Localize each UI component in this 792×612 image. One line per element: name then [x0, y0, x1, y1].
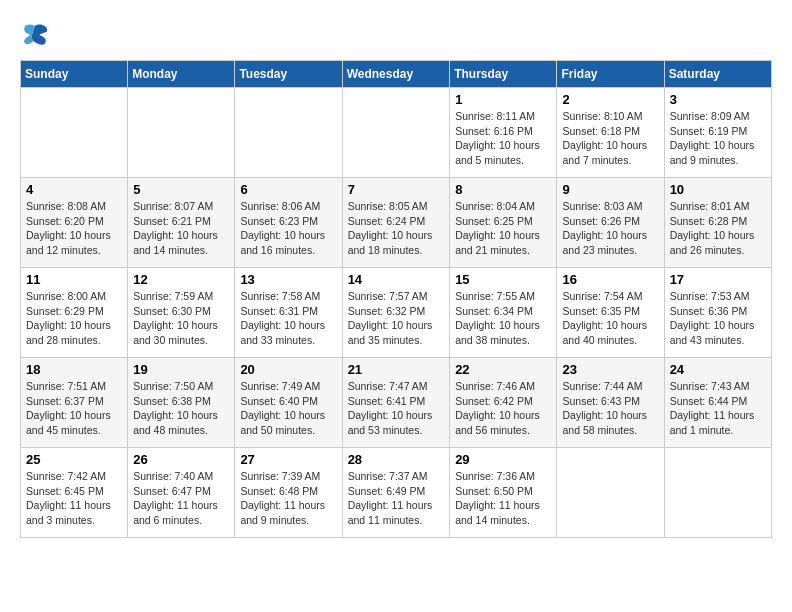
calendar-cell: [21, 88, 128, 178]
day-info: Sunrise: 7:39 AM Sunset: 6:48 PM Dayligh…: [240, 469, 336, 528]
calendar-body: 1Sunrise: 8:11 AM Sunset: 6:16 PM Daylig…: [21, 88, 772, 538]
calendar-cell: 16Sunrise: 7:54 AM Sunset: 6:35 PM Dayli…: [557, 268, 664, 358]
day-number: 28: [348, 452, 445, 467]
calendar-cell: 28Sunrise: 7:37 AM Sunset: 6:49 PM Dayli…: [342, 448, 450, 538]
day-number: 19: [133, 362, 229, 377]
calendar-cell: [342, 88, 450, 178]
calendar-cell: 5Sunrise: 8:07 AM Sunset: 6:21 PM Daylig…: [128, 178, 235, 268]
calendar-cell: 11Sunrise: 8:00 AM Sunset: 6:29 PM Dayli…: [21, 268, 128, 358]
day-info: Sunrise: 7:49 AM Sunset: 6:40 PM Dayligh…: [240, 379, 336, 438]
day-number: 12: [133, 272, 229, 287]
col-header-wednesday: Wednesday: [342, 61, 450, 88]
day-number: 4: [26, 182, 122, 197]
day-info: Sunrise: 7:37 AM Sunset: 6:49 PM Dayligh…: [348, 469, 445, 528]
day-number: 22: [455, 362, 551, 377]
calendar-cell: [128, 88, 235, 178]
calendar-cell: 4Sunrise: 8:08 AM Sunset: 6:20 PM Daylig…: [21, 178, 128, 268]
logo: [20, 20, 54, 50]
calendar-cell: 15Sunrise: 7:55 AM Sunset: 6:34 PM Dayli…: [450, 268, 557, 358]
calendar-cell: [557, 448, 664, 538]
calendar-cell: 3Sunrise: 8:09 AM Sunset: 6:19 PM Daylig…: [664, 88, 771, 178]
day-info: Sunrise: 7:47 AM Sunset: 6:41 PM Dayligh…: [348, 379, 445, 438]
day-number: 9: [562, 182, 658, 197]
calendar-cell: 2Sunrise: 8:10 AM Sunset: 6:18 PM Daylig…: [557, 88, 664, 178]
day-info: Sunrise: 8:03 AM Sunset: 6:26 PM Dayligh…: [562, 199, 658, 258]
calendar-cell: 12Sunrise: 7:59 AM Sunset: 6:30 PM Dayli…: [128, 268, 235, 358]
calendar-cell: 8Sunrise: 8:04 AM Sunset: 6:25 PM Daylig…: [450, 178, 557, 268]
day-info: Sunrise: 8:00 AM Sunset: 6:29 PM Dayligh…: [26, 289, 122, 348]
day-number: 16: [562, 272, 658, 287]
calendar-cell: 7Sunrise: 8:05 AM Sunset: 6:24 PM Daylig…: [342, 178, 450, 268]
calendar-cell: 19Sunrise: 7:50 AM Sunset: 6:38 PM Dayli…: [128, 358, 235, 448]
calendar-cell: 29Sunrise: 7:36 AM Sunset: 6:50 PM Dayli…: [450, 448, 557, 538]
day-number: 17: [670, 272, 766, 287]
day-info: Sunrise: 8:10 AM Sunset: 6:18 PM Dayligh…: [562, 109, 658, 168]
week-row-3: 11Sunrise: 8:00 AM Sunset: 6:29 PM Dayli…: [21, 268, 772, 358]
day-number: 29: [455, 452, 551, 467]
calendar-cell: 17Sunrise: 7:53 AM Sunset: 6:36 PM Dayli…: [664, 268, 771, 358]
day-number: 20: [240, 362, 336, 377]
day-info: Sunrise: 7:36 AM Sunset: 6:50 PM Dayligh…: [455, 469, 551, 528]
day-number: 10: [670, 182, 766, 197]
day-info: Sunrise: 8:01 AM Sunset: 6:28 PM Dayligh…: [670, 199, 766, 258]
calendar-table: SundayMondayTuesdayWednesdayThursdayFrid…: [20, 60, 772, 538]
col-header-friday: Friday: [557, 61, 664, 88]
calendar-cell: 13Sunrise: 7:58 AM Sunset: 6:31 PM Dayli…: [235, 268, 342, 358]
calendar-cell: 22Sunrise: 7:46 AM Sunset: 6:42 PM Dayli…: [450, 358, 557, 448]
day-info: Sunrise: 8:06 AM Sunset: 6:23 PM Dayligh…: [240, 199, 336, 258]
day-info: Sunrise: 8:07 AM Sunset: 6:21 PM Dayligh…: [133, 199, 229, 258]
day-info: Sunrise: 7:46 AM Sunset: 6:42 PM Dayligh…: [455, 379, 551, 438]
day-info: Sunrise: 7:55 AM Sunset: 6:34 PM Dayligh…: [455, 289, 551, 348]
day-number: 3: [670, 92, 766, 107]
day-number: 25: [26, 452, 122, 467]
calendar-cell: [664, 448, 771, 538]
day-number: 6: [240, 182, 336, 197]
day-info: Sunrise: 8:04 AM Sunset: 6:25 PM Dayligh…: [455, 199, 551, 258]
week-row-2: 4Sunrise: 8:08 AM Sunset: 6:20 PM Daylig…: [21, 178, 772, 268]
day-number: 8: [455, 182, 551, 197]
day-number: 7: [348, 182, 445, 197]
day-info: Sunrise: 7:58 AM Sunset: 6:31 PM Dayligh…: [240, 289, 336, 348]
day-number: 24: [670, 362, 766, 377]
day-info: Sunrise: 8:08 AM Sunset: 6:20 PM Dayligh…: [26, 199, 122, 258]
calendar-cell: 14Sunrise: 7:57 AM Sunset: 6:32 PM Dayli…: [342, 268, 450, 358]
day-info: Sunrise: 7:53 AM Sunset: 6:36 PM Dayligh…: [670, 289, 766, 348]
day-number: 27: [240, 452, 336, 467]
calendar-cell: 21Sunrise: 7:47 AM Sunset: 6:41 PM Dayli…: [342, 358, 450, 448]
day-number: 21: [348, 362, 445, 377]
calendar-cell: 10Sunrise: 8:01 AM Sunset: 6:28 PM Dayli…: [664, 178, 771, 268]
day-info: Sunrise: 7:57 AM Sunset: 6:32 PM Dayligh…: [348, 289, 445, 348]
day-info: Sunrise: 7:50 AM Sunset: 6:38 PM Dayligh…: [133, 379, 229, 438]
calendar-cell: 6Sunrise: 8:06 AM Sunset: 6:23 PM Daylig…: [235, 178, 342, 268]
header-row: SundayMondayTuesdayWednesdayThursdayFrid…: [21, 61, 772, 88]
page-header: [20, 20, 772, 50]
day-info: Sunrise: 7:42 AM Sunset: 6:45 PM Dayligh…: [26, 469, 122, 528]
calendar-cell: 25Sunrise: 7:42 AM Sunset: 6:45 PM Dayli…: [21, 448, 128, 538]
week-row-1: 1Sunrise: 8:11 AM Sunset: 6:16 PM Daylig…: [21, 88, 772, 178]
day-number: 18: [26, 362, 122, 377]
day-info: Sunrise: 7:44 AM Sunset: 6:43 PM Dayligh…: [562, 379, 658, 438]
calendar-cell: 20Sunrise: 7:49 AM Sunset: 6:40 PM Dayli…: [235, 358, 342, 448]
week-row-4: 18Sunrise: 7:51 AM Sunset: 6:37 PM Dayli…: [21, 358, 772, 448]
calendar-cell: [235, 88, 342, 178]
col-header-tuesday: Tuesday: [235, 61, 342, 88]
day-info: Sunrise: 7:54 AM Sunset: 6:35 PM Dayligh…: [562, 289, 658, 348]
day-number: 23: [562, 362, 658, 377]
calendar-cell: 9Sunrise: 8:03 AM Sunset: 6:26 PM Daylig…: [557, 178, 664, 268]
col-header-saturday: Saturday: [664, 61, 771, 88]
day-number: 26: [133, 452, 229, 467]
day-number: 11: [26, 272, 122, 287]
calendar-cell: 24Sunrise: 7:43 AM Sunset: 6:44 PM Dayli…: [664, 358, 771, 448]
logo-bird-icon: [20, 20, 50, 50]
calendar-cell: 18Sunrise: 7:51 AM Sunset: 6:37 PM Dayli…: [21, 358, 128, 448]
day-info: Sunrise: 7:40 AM Sunset: 6:47 PM Dayligh…: [133, 469, 229, 528]
day-info: Sunrise: 7:51 AM Sunset: 6:37 PM Dayligh…: [26, 379, 122, 438]
col-header-monday: Monday: [128, 61, 235, 88]
calendar-cell: 23Sunrise: 7:44 AM Sunset: 6:43 PM Dayli…: [557, 358, 664, 448]
calendar-cell: 26Sunrise: 7:40 AM Sunset: 6:47 PM Dayli…: [128, 448, 235, 538]
week-row-5: 25Sunrise: 7:42 AM Sunset: 6:45 PM Dayli…: [21, 448, 772, 538]
day-number: 14: [348, 272, 445, 287]
day-info: Sunrise: 8:09 AM Sunset: 6:19 PM Dayligh…: [670, 109, 766, 168]
day-number: 15: [455, 272, 551, 287]
day-info: Sunrise: 8:05 AM Sunset: 6:24 PM Dayligh…: [348, 199, 445, 258]
